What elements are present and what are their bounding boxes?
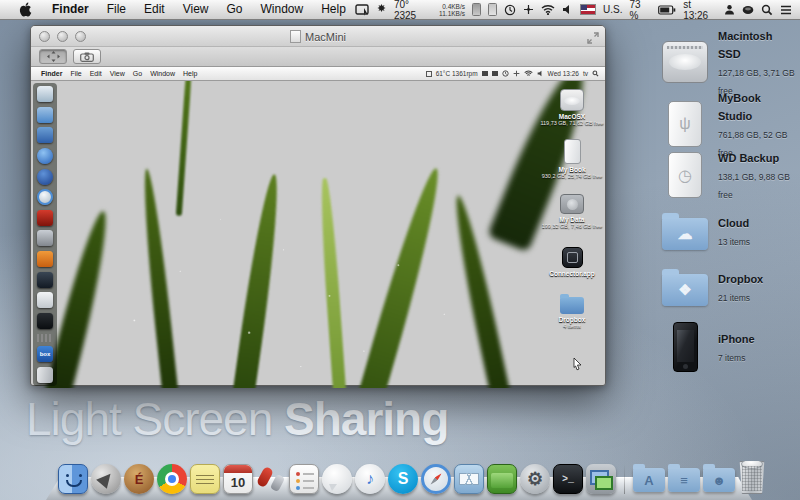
remote-icon-my-book[interactable]: My Book 930,2 GB, 25,74 GB free [536, 139, 605, 179]
remote-icon-dropbox[interactable]: Dropbox 4 items [536, 293, 605, 329]
dock-safari-icon[interactable] [421, 464, 451, 494]
remote-dock-photoshop-icon[interactable] [37, 272, 53, 288]
window-title-bar[interactable]: MacMini [31, 26, 605, 47]
screenshot-button[interactable] [73, 49, 101, 64]
menu-extra-icon[interactable] [742, 3, 754, 17]
volume-icon[interactable] [562, 3, 573, 17]
remote-dock: box [33, 83, 57, 386]
menu-view[interactable]: View [174, 0, 218, 19]
remote-menu-help[interactable]: Help [179, 70, 201, 77]
remote-dock-appstore-icon[interactable] [37, 169, 53, 185]
notification-center-icon[interactable] [780, 3, 792, 17]
remote-temp-status[interactable]: 61°C 1361rpm [436, 70, 478, 77]
screen-sharing-indicator-icon[interactable] [355, 3, 369, 17]
menu-finder[interactable]: Finder [43, 0, 98, 19]
remote-menu-go[interactable]: Go [129, 70, 146, 77]
remote-dock-photos-icon[interactable] [37, 127, 53, 143]
remote-spotlight-icon[interactable] [592, 67, 599, 81]
remote-dock-ipod-icon[interactable] [37, 292, 53, 308]
remote-dock-trash-icon[interactable] [37, 367, 53, 383]
user-icon[interactable] [724, 3, 735, 17]
remote-user-label[interactable]: tv [583, 70, 588, 77]
dock-launchpad-icon[interactable] [91, 464, 121, 494]
desktop-icon-wd-backup[interactable]: ◷ WD Backup138,1 GB, 9,88 GB free [660, 148, 796, 202]
menu-help[interactable]: Help [312, 0, 355, 19]
dock-applications-folder-icon[interactable]: A [633, 468, 665, 492]
remote-dock-activity-monitor-icon[interactable] [37, 313, 53, 329]
remote-menu-finder[interactable]: Finder [37, 70, 66, 77]
battery-icon[interactable] [658, 3, 676, 17]
dock-itunes-icon[interactable]: ♪ [355, 464, 385, 494]
menu-window[interactable]: Window [252, 0, 313, 19]
remote-macosx-drive-icon [560, 89, 584, 111]
remote-dock-calendar-icon[interactable] [37, 86, 53, 102]
dock-pill-tool-icon[interactable] [256, 464, 286, 494]
remote-dock-itunes-icon[interactable] [37, 148, 53, 164]
menu-edit[interactable]: Edit [135, 0, 174, 19]
caption-word-sharing: Sharing [284, 393, 448, 445]
dock-skype-icon[interactable]: S [388, 464, 418, 494]
remote-menu-file[interactable]: File [66, 70, 85, 77]
remote-clock-icon[interactable] [502, 67, 509, 81]
dock-screen-sharing-icon[interactable] [586, 464, 616, 494]
time-machine-icon[interactable] [504, 3, 516, 17]
wifi-icon[interactable] [541, 3, 555, 17]
dock-users-folder-icon[interactable]: ☻ [703, 468, 735, 492]
remote-dock-box-icon[interactable]: box [37, 346, 53, 362]
input-source-label[interactable]: U.S. [603, 4, 622, 15]
device-icon-2[interactable] [488, 3, 497, 17]
remote-connector-app-icon [562, 247, 583, 268]
fullscreen-arrows-icon[interactable] [587, 30, 599, 42]
sync-gear-icon[interactable] [376, 3, 387, 17]
dock-mail-icon[interactable] [454, 464, 484, 494]
dock-reminders-icon[interactable] [289, 464, 319, 494]
dock-calendar-icon[interactable]: 10 [223, 464, 253, 494]
remote-menu-edit[interactable]: Edit [86, 70, 106, 77]
remote-dock-fax-icon[interactable] [37, 230, 53, 246]
fullscreen-toggle-button[interactable] [39, 49, 67, 64]
remote-dock-vlc-icon[interactable] [37, 251, 53, 267]
remote-dock-mail-icon[interactable] [37, 107, 53, 123]
remote-dock-safari-icon[interactable] [37, 189, 53, 205]
remote-icon-connector-app[interactable]: Connector.app [536, 247, 605, 277]
remote-volume-icon[interactable] [537, 67, 544, 81]
window-title-text: MacMini [305, 31, 346, 43]
remote-crosshair-icon[interactable] [513, 67, 520, 81]
menu-go[interactable]: Go [218, 0, 252, 19]
desktop-icon-cloud[interactable]: ☁ Cloud13 items [660, 212, 796, 250]
remote-dock-front-row-icon[interactable] [37, 210, 53, 226]
remote-screen-icon[interactable] [492, 71, 498, 76]
desktop-icon-iphone[interactable]: iPhone7 items [660, 322, 796, 372]
remote-display-icon[interactable] [482, 71, 488, 76]
clock-label[interactable]: st 13:26 [683, 0, 717, 21]
remote-clock-label[interactable]: Wed 13:26 [548, 70, 579, 77]
temperature-status[interactable]: 70° 2325 [394, 0, 432, 21]
icon-detail: 7 items [718, 353, 745, 363]
dock-system-preferences-icon[interactable]: ⚙ [520, 464, 550, 494]
device-icon[interactable] [472, 3, 481, 17]
dock-coffee-app-icon[interactable]: É [124, 464, 154, 494]
remote-icon-my-data[interactable]: My Data 199,32 GB, 7,46 GB free [536, 194, 605, 229]
remote-desktop: box MacOSX 119,73 GB, 71,62 GB free My B… [31, 81, 605, 388]
remote-wifi-icon[interactable] [524, 67, 533, 81]
spotlight-icon[interactable] [761, 3, 773, 17]
dock-documents-folder-icon[interactable]: ≡ [668, 468, 700, 492]
remote-checkbox-icon[interactable] [426, 71, 432, 77]
desktop-icon-dropbox[interactable]: ❖ Dropbox21 items [660, 268, 796, 306]
apple-menu-icon[interactable] [10, 2, 41, 17]
dock-chrome-icon[interactable] [157, 464, 187, 494]
input-flag-icon[interactable] [580, 3, 596, 17]
dock-trash-icon[interactable] [738, 461, 766, 494]
dock-green-folder-app-icon[interactable] [487, 464, 517, 494]
air-display-icon[interactable] [523, 3, 534, 17]
remote-menu-view[interactable]: View [106, 70, 129, 77]
battery-percent[interactable]: 73 % [629, 0, 651, 21]
dock-messages-icon[interactable] [322, 464, 352, 494]
remote-menu-window[interactable]: Window [146, 70, 179, 77]
remote-icon-macosx[interactable]: MacOSX 119,73 GB, 71,62 GB free [536, 89, 605, 126]
dock-stickies-icon[interactable] [190, 464, 220, 494]
dock-finder-icon[interactable] [58, 464, 88, 494]
menu-file[interactable]: File [98, 0, 135, 19]
network-speed-status[interactable]: 0.4KB/s 11.1KB/s [439, 3, 465, 17]
dock-terminal-icon[interactable]: >_ [553, 464, 583, 494]
